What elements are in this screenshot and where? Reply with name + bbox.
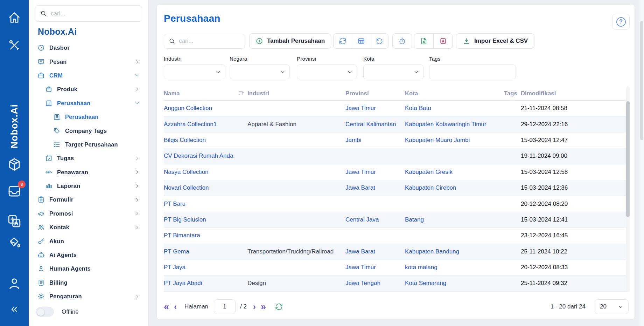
user-icon[interactable] bbox=[0, 276, 29, 291]
sidebar-item-promosi[interactable]: Promosi bbox=[29, 207, 148, 220]
cell-nama[interactable]: Nasya Collection bbox=[164, 169, 247, 176]
cell-nama[interactable]: Azzahra Collection1 bbox=[164, 121, 247, 128]
table-row[interactable]: PT Bimantara 23-12-2024 16:45 bbox=[164, 228, 629, 244]
cell-provinsi[interactable]: Jawa Barat bbox=[345, 184, 405, 191]
sidebar-item-akun[interactable]: Akun bbox=[29, 234, 148, 248]
sidebar-item-billing[interactable]: Billing bbox=[29, 276, 148, 290]
export-excel-icon[interactable] bbox=[414, 34, 433, 48]
cell-provinsi[interactable]: Jambi bbox=[345, 137, 405, 144]
sidebar-search-input[interactable] bbox=[51, 10, 137, 17]
table-row[interactable]: Azzahra Collection1 Apparel & Fashion Ce… bbox=[164, 116, 629, 132]
cell-provinsi[interactable]: Central Java bbox=[345, 216, 405, 223]
negara-select[interactable] bbox=[230, 64, 290, 79]
sidebar-item-company-tags[interactable]: Company Tags bbox=[29, 124, 148, 137]
sidebar-item-crm[interactable]: CRM bbox=[29, 69, 148, 82]
import-excel-csv-button[interactable]: Impor Excel & CSV bbox=[456, 33, 534, 49]
cell-nama[interactable]: CV Dekorasi Rumah Anda bbox=[164, 152, 247, 159]
table-row[interactable]: PT Big Solusion Central Java Batang 15-0… bbox=[164, 212, 629, 228]
last-page-button[interactable]: » bbox=[261, 302, 266, 312]
scrollbar-thumb[interactable] bbox=[626, 101, 630, 217]
tools-icon[interactable] bbox=[0, 39, 29, 52]
cell-nama[interactable]: PT Jaya bbox=[164, 264, 247, 271]
cell-kota[interactable]: Kabupaten Gresik bbox=[405, 169, 503, 176]
cell-kota[interactable]: Kota Semarang bbox=[405, 280, 503, 287]
paint-bucket-icon[interactable] bbox=[0, 236, 29, 250]
first-page-button[interactable]: « bbox=[164, 302, 169, 312]
collapse-sidebar-icon[interactable]: « bbox=[0, 302, 29, 314]
sidebar-item-produk[interactable]: Produk bbox=[29, 82, 148, 96]
page-scrollbar-thumb[interactable] bbox=[640, 21, 643, 140]
cell-provinsi[interactable]: Central Kalimantan bbox=[345, 121, 405, 128]
table-scrollbar[interactable] bbox=[626, 87, 630, 292]
cell-nama[interactable]: PT Gema bbox=[164, 248, 247, 255]
cell-provinsi[interactable]: Jawa Timur bbox=[345, 105, 405, 112]
inbox-icon[interactable]: 8 bbox=[0, 184, 29, 198]
table-search-input[interactable] bbox=[179, 38, 231, 45]
cell-nama[interactable]: PT Jaya Abadi bbox=[164, 280, 247, 287]
page-size-select[interactable]: 20 bbox=[595, 299, 629, 314]
home-icon[interactable] bbox=[0, 11, 29, 25]
provinsi-select[interactable] bbox=[297, 64, 357, 79]
sidebar-item-penawaran[interactable]: Penawaran bbox=[29, 165, 148, 179]
tags-input[interactable] bbox=[429, 64, 516, 79]
sidebar-item-perusahaan-sub[interactable]: Perusahaan bbox=[29, 110, 148, 124]
sidebar-item-kontak[interactable]: Kontak bbox=[29, 220, 148, 234]
refresh-table-icon[interactable] bbox=[275, 303, 283, 311]
cell-nama[interactable]: PT Baru bbox=[164, 201, 247, 208]
table-view-icon[interactable] bbox=[352, 34, 370, 48]
column-header-tags[interactable]: Tags bbox=[503, 90, 517, 97]
table-row[interactable]: Anggun Collection Jawa Timur Kota Batu 2… bbox=[164, 101, 629, 116]
offline-toggle[interactable] bbox=[36, 307, 54, 317]
sidebar-item-tugas[interactable]: Tugas bbox=[29, 151, 148, 165]
cell-nama[interactable]: PT Bimantara bbox=[164, 232, 247, 239]
cell-nama[interactable]: PT Big Solusion bbox=[164, 216, 247, 223]
cell-provinsi[interactable]: Jawa Timur bbox=[345, 169, 405, 176]
cell-provinsi[interactable]: Jawa Barat bbox=[345, 248, 405, 255]
column-header-kota[interactable]: Kota bbox=[405, 90, 503, 97]
table-search[interactable] bbox=[164, 34, 245, 49]
sidebar-item-perusahaan[interactable]: Perusahaan bbox=[29, 96, 148, 110]
refresh-icon[interactable] bbox=[334, 34, 352, 48]
cell-nama[interactable]: Novari Collection bbox=[164, 184, 247, 191]
column-header-nama[interactable]: Nama bbox=[164, 90, 247, 97]
table-row[interactable]: CV Dekorasi Rumah Anda 19-11-2024 09:00 bbox=[164, 148, 629, 164]
table-row[interactable]: PT Jaya Abadi Design Jawa Tengah Kota Se… bbox=[164, 276, 629, 291]
cell-provinsi[interactable]: Jawa Tengah bbox=[345, 280, 405, 287]
cell-nama[interactable]: Anggun Collection bbox=[164, 105, 247, 112]
column-header-provinsi[interactable]: Provinsi bbox=[345, 90, 405, 97]
page-number-input[interactable] bbox=[214, 299, 236, 314]
help-button[interactable]: ? bbox=[612, 14, 630, 30]
cell-kota[interactable]: Kabupaten Bandung bbox=[405, 248, 503, 255]
industri-select[interactable] bbox=[164, 64, 225, 79]
export-pdf-icon[interactable] bbox=[433, 34, 452, 48]
package-icon[interactable] bbox=[0, 157, 29, 172]
sidebar-item-ai-agents[interactable]: Ai Agents bbox=[29, 248, 148, 262]
cell-nama[interactable]: Bilqis Collection bbox=[164, 137, 247, 144]
sort-icon[interactable] bbox=[238, 90, 245, 97]
table-row[interactable]: Nasya Collection Jawa Timur Kabupaten Gr… bbox=[164, 164, 629, 180]
sidebar-item-formulir[interactable]: Formulir bbox=[29, 193, 148, 206]
sidebar-item-target-perusahaan[interactable]: Target Perusahaan bbox=[29, 138, 148, 151]
cell-kota[interactable]: kota malang bbox=[405, 264, 503, 271]
cell-kota[interactable]: Batang bbox=[405, 216, 503, 223]
cell-kota[interactable]: Kabupaten Kotawaringin Timur bbox=[405, 121, 503, 128]
cell-kota[interactable]: Kabupaten Muaro Jambi bbox=[405, 137, 503, 144]
sidebar-item-pesan[interactable]: Pesan bbox=[29, 55, 148, 68]
cell-kota[interactable]: Kota Batu bbox=[405, 105, 503, 112]
next-page-button[interactable]: › bbox=[253, 303, 256, 311]
cell-kota[interactable]: Kabupaten Cirebon bbox=[405, 184, 503, 191]
column-header-industri[interactable]: Industri bbox=[247, 90, 345, 97]
sidebar-item-laporan[interactable]: Laporan bbox=[29, 179, 148, 193]
prev-page-button[interactable]: ‹ bbox=[174, 303, 177, 311]
timer-button[interactable] bbox=[392, 33, 412, 49]
table-row[interactable]: PT Gema Transportation/Trucking/Railroad… bbox=[164, 244, 629, 260]
table-row[interactable]: PT Baru 20-12-2024 08:20 bbox=[164, 196, 629, 212]
add-company-button[interactable]: Tambah Perusahaan bbox=[249, 33, 331, 49]
kota-select[interactable] bbox=[363, 64, 424, 79]
sidebar-item-human-agents[interactable]: Human Agents bbox=[29, 262, 148, 276]
sidebar-search[interactable] bbox=[35, 5, 142, 22]
reset-icon[interactable] bbox=[370, 34, 388, 48]
sidebar-item-pengaturan[interactable]: Pengaturan bbox=[29, 290, 148, 303]
table-row[interactable]: Novari Collection Jawa Barat Kabupaten C… bbox=[164, 180, 629, 196]
table-row[interactable]: PT Jaya Jawa Timur kota malang 20-12-202… bbox=[164, 260, 629, 276]
